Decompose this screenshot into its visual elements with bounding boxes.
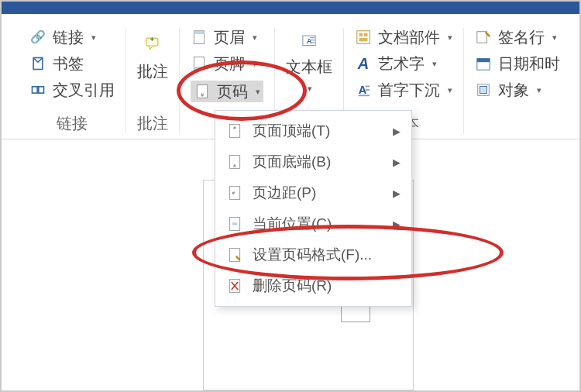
header-button[interactable]: 页眉 ▾ [191, 28, 263, 46]
format-page-numbers-icon [226, 246, 243, 263]
link-icon: 🔗 [29, 29, 46, 46]
svg-rect-8 [194, 67, 204, 70]
svg-rect-17 [359, 33, 363, 37]
dropdown-icon: ▾ [537, 81, 541, 99]
menu-margins-label: 页边距(P) [253, 183, 316, 203]
quick-parts-icon [355, 29, 372, 46]
hyperlink-button[interactable]: 🔗 链接 ▾ [29, 28, 115, 46]
menu-top-of-page[interactable]: # 页面顶端(T) ▶ [215, 115, 411, 146]
group-text2: 签名行 ▾ 日期和时 对象 ▾ [463, 28, 571, 134]
svg-rect-1 [33, 87, 38, 93]
cross-ref-label: 交叉引用 [53, 81, 115, 99]
menu-remove-label: 删除页码(R) [253, 276, 332, 296]
svg-rect-36 [232, 222, 238, 225]
hyperlink-label: 链接 [53, 28, 84, 46]
submenu-arrow-icon: ▶ [393, 187, 401, 199]
datetime-button[interactable]: 日期和时 [475, 54, 560, 73]
comment-button[interactable]: + 批注 [137, 28, 168, 81]
group-links-label: 链接 [57, 113, 88, 134]
object-label: 对象 [498, 81, 529, 99]
drop-cap-button[interactable]: A 首字下沉 ▾ [355, 81, 452, 99]
svg-rect-6 [194, 31, 204, 34]
drop-cap-icon: A [355, 81, 372, 98]
menu-page-margins[interactable]: # 页边距(P) ▶ [215, 177, 411, 208]
dropdown-icon: ▾ [253, 28, 257, 46]
header-label: 页眉 [214, 28, 245, 46]
dropdown-icon: ▾ [256, 82, 260, 101]
dropdown-icon: ▾ [432, 54, 437, 73]
page-number-button[interactable]: # 页码 ▾ [191, 81, 263, 102]
signature-button[interactable]: 签名行 ▾ [475, 28, 560, 46]
signature-icon [475, 29, 492, 46]
submenu-arrow-icon: ▶ [393, 218, 401, 230]
quick-parts-button[interactable]: 文档部件 ▾ [355, 28, 452, 46]
svg-rect-33 [229, 187, 239, 200]
wordart-label: 艺术字 [378, 54, 425, 73]
svg-rect-2 [39, 87, 44, 93]
svg-rect-28 [480, 86, 486, 93]
menu-current-label: 当前位置(C) [253, 214, 332, 234]
page-number-label: 页码 [217, 82, 248, 101]
submenu-arrow-icon: ▶ [393, 156, 401, 168]
svg-rect-18 [364, 33, 368, 37]
page-top-icon: # [226, 122, 243, 139]
menu-bottom-of-page[interactable]: # 页面底端(B) ▶ [215, 146, 411, 177]
object-icon [475, 81, 492, 98]
group-comments-label: 批注 [137, 113, 168, 134]
page-margins-icon: # [226, 184, 243, 201]
comment-label: 批注 [137, 62, 168, 81]
page-number-icon: # [194, 83, 211, 100]
bookmark-button[interactable]: 书签 [29, 54, 115, 73]
header-icon [191, 29, 208, 46]
svg-text:#: # [201, 92, 204, 98]
footer-button[interactable]: 页脚 ▾ [191, 54, 263, 73]
cross-ref-icon [29, 81, 46, 98]
window-titlebar [2, 2, 579, 14]
drop-cap-label: 首字下沉 [378, 81, 440, 99]
bookmark-label: 书签 [53, 54, 84, 73]
group-comments: + 批注 批注 [125, 28, 179, 134]
dropdown-icon: ▾ [91, 28, 96, 46]
menu-remove-page-numbers[interactable]: 删除页码(R) [215, 270, 411, 301]
datetime-icon [475, 55, 492, 72]
textbox-label: 文本框 [286, 57, 332, 76]
datetime-label: 日期和时 [498, 54, 560, 73]
textbox-icon: A [296, 28, 322, 54]
footer-label: 页脚 [214, 54, 245, 73]
remove-page-numbers-icon [226, 277, 243, 294]
menu-top-label: 页面顶端(T) [253, 121, 330, 141]
dropdown-icon: ▾ [448, 28, 452, 46]
wordart-button[interactable]: A 艺术字 ▾ [355, 54, 452, 73]
menu-current-position[interactable]: 当前位置(C) ▶ [215, 208, 411, 239]
quick-parts-label: 文档部件 [378, 28, 440, 46]
dropdown-icon: ▾ [308, 79, 312, 98]
object-button[interactable]: 对象 ▾ [475, 81, 560, 99]
svg-rect-26 [477, 59, 490, 63]
current-position-icon [226, 215, 243, 232]
textbox-button[interactable]: A 文本框 ▾ [286, 28, 332, 98]
page-bottom-icon: # [226, 153, 243, 170]
app-window: 🔗 链接 ▾ 书签 交叉引用 [0, 0, 581, 392]
menu-format-page-numbers[interactable]: 设置页码格式(F)... [215, 239, 411, 270]
dropdown-icon: ▾ [448, 81, 452, 99]
svg-rect-16 [357, 31, 370, 43]
svg-rect-19 [359, 38, 368, 42]
menu-bottom-label: 页面底端(B) [253, 152, 331, 172]
signature-label: 签名行 [498, 28, 545, 46]
svg-text:+: + [150, 36, 154, 43]
dropdown-icon: ▾ [253, 54, 257, 73]
page-number-menu: # 页面顶端(T) ▶ # 页面底端(B) ▶ # 页边距(P) ▶ 当前位置(… [215, 110, 412, 307]
submenu-arrow-icon: ▶ [393, 126, 401, 137]
cross-ref-button[interactable]: 交叉引用 [29, 81, 115, 99]
group-links: 🔗 链接 ▾ 书签 交叉引用 [19, 28, 125, 134]
footer-icon [191, 55, 208, 72]
menu-format-label: 设置页码格式(F)... [253, 245, 372, 265]
wordart-icon: A [355, 55, 372, 72]
dropdown-icon: ▾ [552, 28, 557, 46]
bookmark-icon [29, 55, 46, 72]
comment-icon: + [137, 28, 168, 59]
